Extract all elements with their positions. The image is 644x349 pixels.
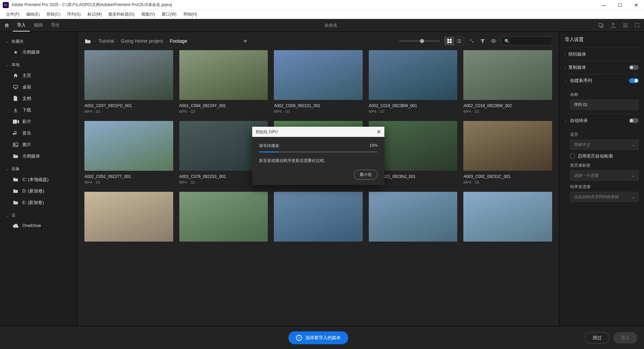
eye-icon[interactable] [490,39,497,43]
sidebar-section-header[interactable]: ⌄设备 [0,164,77,174]
sidebar-item-label: 图片 [22,142,31,148]
share-icon[interactable] [610,22,616,28]
folder-icon[interactable] [84,38,91,44]
thumbnail-zoom-slider[interactable] [399,40,440,42]
media-item[interactable] [463,192,552,245]
select-media-info-button[interactable]: i 选择要导入的媒体 [288,331,348,344]
sidebar-item[interactable]: 文档 [0,93,77,104]
media-item[interactable] [84,192,173,245]
filter-icon[interactable] [480,39,486,43]
menu-item[interactable]: 图形和标题(G) [106,11,137,18]
close-button[interactable]: ✕ [631,2,641,8]
workspace-tab[interactable]: 导入 [13,19,30,32]
media-item[interactable]: A001_C064_09224Y_001MP4 · :02 [179,50,268,114]
grid-view-button[interactable] [445,37,454,45]
menu-item[interactable]: 视图(V) [139,11,158,18]
breadcrumb-segment[interactable]: Tutorial [99,38,114,44]
media-item[interactable]: A002_C018_0922BW_001MP4 · :07 [369,50,458,114]
auto-transcribe-toggle[interactable] [629,118,639,123]
gpu-init-dialog: 初始化 GPU ✕ 请等待播放 16% 新安装或驱动程序更新后需要此过程。 最小… [252,127,384,185]
chevron-down-icon: ⌄ [565,79,567,82]
menu-item[interactable]: 帮助(H) [181,11,200,18]
sidebar-item[interactable]: 桌面 [0,81,77,93]
maximize-button[interactable]: ☐ [615,2,625,8]
media-meta: MP4 · :01 [84,109,173,114]
media-thumbnail [84,50,173,100]
fullscreen-icon[interactable] [635,22,641,28]
import-button: 导入 [613,332,637,344]
media-item[interactable] [369,192,458,245]
sidebar-item[interactable]: OneDrive [0,220,77,231]
sidebar-item-label: 音乐 [22,130,31,136]
organize-media-section[interactable]: ›组织媒体 [565,47,639,61]
copy-media-section[interactable]: ›复制媒体 [565,61,639,74]
sidebar-item[interactable]: 下载 [0,104,77,116]
checkbox-icon [570,154,575,159]
sidebar-item[interactable]: 主页 [0,70,77,81]
skip-button[interactable]: 跳过 [585,332,609,344]
settings-title: 导入设置 [565,37,639,43]
create-sequence-toggle[interactable] [629,78,639,83]
dialog-minimize-button[interactable]: 最小化 [354,170,378,180]
sidebar-section-header[interactable]: ⌄收藏夹 [0,37,77,46]
copy-media-toggle[interactable] [629,65,639,70]
music-icon [13,130,18,136]
quick-export-icon[interactable] [598,22,604,28]
menu-item[interactable]: 序列(S) [64,11,83,18]
transcribe-pref-select[interactable]: 仅自动转录序列中的剪辑⌄ [570,192,639,202]
menu-item[interactable]: 剪辑(C) [44,11,63,18]
chevron-right-icon: › [565,53,566,56]
auto-transcribe-section[interactable]: ⌄自动转录 [565,114,639,127]
sequence-name-input[interactable] [570,100,639,110]
dialog-wait-text: 请等待播放 [259,143,279,149]
create-sequence-section[interactable]: ⌄创建新序列 [565,74,639,87]
workspace-menu-icon[interactable] [622,22,628,28]
menu-item[interactable]: 标记(M) [85,11,104,18]
media-thumbnail [84,192,173,242]
sidebar-item-label: OneDrive [22,223,41,228]
breadcrumb-segment[interactable]: Footage [170,38,187,44]
svg-rect-15 [458,41,461,41]
home-icon[interactable] [3,22,10,29]
dialog-percent: 16% [369,143,378,149]
sort-icon[interactable] [469,39,475,43]
language-select[interactable]: 简体中文⌄ [570,140,639,150]
svg-rect-17 [458,42,461,43]
svg-rect-11 [450,41,451,43]
speaker-select[interactable]: 选择一个选项⌄ [570,170,639,181]
workspace-tab[interactable]: 编辑 [30,19,47,32]
language-detect-checkbox[interactable]: 启用语言自动检测 [570,153,639,159]
sidebar-item[interactable]: C: (本地磁盘) [0,174,77,185]
media-item[interactable]: A002_C018_0922BW_002MP4 · :01 [463,50,552,114]
sidebar-item[interactable]: D: (新加卷) [0,185,77,197]
sidebar-section-header[interactable]: ⌄云 [0,210,77,220]
sidebar-item[interactable]: 影片 [0,116,77,127]
media-item[interactable] [179,192,268,245]
search-input[interactable]: 🔍 [501,37,552,45]
breadcrumb-segment[interactable]: Going Home project [121,38,163,44]
drive-icon [13,177,18,182]
media-item[interactable]: A003_C092_09231C_001MP4 · :05 [463,121,552,184]
sidebar-item[interactable]: 图片 [0,139,77,150]
media-item[interactable]: A002_C009_092221_001MP4 · :02 [274,50,363,114]
menu-item[interactable]: 编辑(E) [23,11,42,18]
desktop-icon [13,84,18,90]
sidebar-item[interactable]: 音乐 [0,127,77,139]
sidebar-item[interactable]: 示例媒体 [0,150,77,162]
sidebar-item[interactable]: E: (新加卷) [0,197,77,208]
media-item[interactable]: A001_C037_0921FG_001MP4 · :01 [84,50,173,114]
transcribe-pref-label: 转录首选项 [570,184,639,190]
workspace-tab[interactable]: 导出 [47,19,64,32]
svg-rect-10 [447,41,449,43]
minimize-button[interactable]: — [599,2,609,8]
sidebar-item[interactable]: ★示例媒体 [0,46,77,58]
menu-item[interactable]: 窗口(W) [159,11,179,18]
favorite-star-icon[interactable]: ★ [243,38,247,44]
dialog-close-button[interactable]: ✕ [377,129,381,135]
sidebar-section-header[interactable]: ⌄本地 [0,60,77,70]
window-title: Adobe Premiere Pro 2025 - C:\用户\LAOPO\文档… [12,2,599,8]
media-item[interactable] [274,192,363,245]
menu-item[interactable]: 文件(F) [3,11,22,18]
list-view-button[interactable] [454,37,464,45]
media-item[interactable]: A002_C052_0922T7_001MP4 · :01 [84,121,173,184]
